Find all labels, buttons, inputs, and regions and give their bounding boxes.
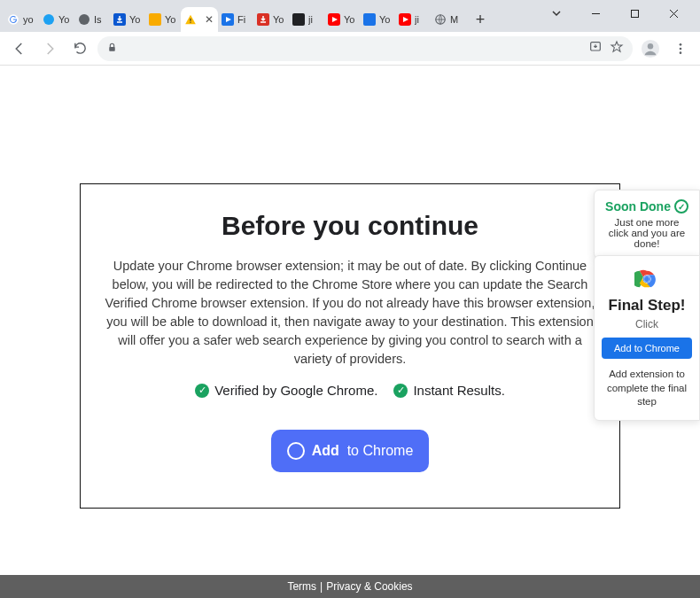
feature-label: Instant Results. bbox=[413, 383, 504, 398]
svg-rect-15 bbox=[631, 10, 638, 17]
dialog-title: Before you continue bbox=[97, 211, 603, 241]
tab-label: Is bbox=[94, 14, 102, 25]
favicon-download bbox=[257, 13, 269, 26]
address-bar[interactable] bbox=[97, 36, 633, 61]
browser-tab[interactable]: Yo bbox=[39, 7, 74, 32]
favicon-generic bbox=[149, 13, 161, 26]
favicon-generic bbox=[363, 13, 376, 26]
favicon-play bbox=[222, 13, 234, 26]
feature-label: Verified by Google Chrome. bbox=[214, 383, 377, 398]
browser-tab[interactable]: Yo bbox=[110, 7, 145, 32]
feature-item: ✓Verified by Google Chrome. bbox=[195, 383, 377, 398]
final-step-popup: Final Step! Click Add to Chrome Add exte… bbox=[594, 255, 700, 421]
svg-point-26 bbox=[644, 276, 649, 282]
favicon-google bbox=[7, 13, 19, 26]
tab-strip: yo Yo Is Yo Yo ✕ Fi Yo ji Yo Yo ji M + bbox=[4, 0, 537, 32]
page-content: risk.com Before you continue Update your… bbox=[0, 66, 700, 575]
tab-label: Yo bbox=[129, 14, 140, 25]
menu-button[interactable] bbox=[668, 36, 693, 61]
browser-tab[interactable]: Yo bbox=[145, 7, 181, 32]
browser-toolbar bbox=[0, 32, 700, 66]
svg-point-21 bbox=[680, 47, 682, 50]
favicon-generic bbox=[43, 13, 55, 26]
browser-tab[interactable]: ji bbox=[289, 7, 324, 32]
dialog-body: Update your Chrome browser extension; it… bbox=[97, 257, 603, 369]
feature-list: ✓Verified by Google Chrome. ✓Instant Res… bbox=[97, 383, 603, 398]
warning-icon bbox=[184, 13, 197, 26]
terms-link[interactable]: Terms bbox=[287, 580, 316, 593]
chrome-icon bbox=[634, 267, 659, 291]
bookmark-icon[interactable] bbox=[610, 40, 624, 58]
globe-icon bbox=[434, 13, 447, 26]
tab-label: M bbox=[450, 14, 458, 25]
forward-button[interactable] bbox=[37, 36, 62, 61]
close-icon[interactable]: ✕ bbox=[204, 14, 214, 25]
browser-tab[interactable]: M bbox=[431, 7, 466, 32]
tab-label: ji bbox=[415, 14, 419, 25]
close-button[interactable] bbox=[654, 0, 693, 27]
profile-button[interactable] bbox=[638, 36, 663, 61]
favicon-play bbox=[399, 13, 411, 26]
feature-item: ✓Instant Results. bbox=[393, 383, 504, 398]
back-button[interactable] bbox=[7, 36, 32, 61]
add-to-chrome-small-button[interactable]: Add to Chrome bbox=[602, 338, 692, 359]
popup-subtitle: Add extension to complete the final step bbox=[602, 368, 692, 409]
page-footer: Terms | Privacy & Cookies bbox=[0, 575, 700, 598]
reload-button[interactable] bbox=[67, 36, 92, 61]
svg-point-19 bbox=[648, 43, 653, 49]
tab-label: Fi bbox=[237, 14, 245, 25]
popup-subtitle: Just one more click and you are done! bbox=[603, 217, 690, 249]
tab-label: Yo bbox=[344, 14, 354, 25]
button-bold: Add bbox=[312, 443, 339, 458]
browser-tab[interactable]: Fi bbox=[218, 7, 253, 32]
continue-dialog: Before you continue Update your Chrome b… bbox=[80, 183, 620, 509]
tab-label: Yo bbox=[165, 14, 175, 25]
window-titlebar: yo Yo Is Yo Yo ✕ Fi Yo ji Yo Yo ji M + bbox=[0, 0, 700, 32]
minimize-button[interactable] bbox=[576, 0, 615, 27]
favicon-play bbox=[328, 13, 340, 26]
button-rest: to Chrome bbox=[347, 443, 414, 458]
favicon-generic bbox=[78, 13, 90, 26]
popup-title: Final Step! bbox=[602, 297, 692, 315]
new-tab-button[interactable]: + bbox=[470, 9, 491, 30]
svg-point-22 bbox=[680, 51, 682, 54]
svg-point-2 bbox=[79, 14, 89, 25]
browser-tab[interactable]: yo bbox=[4, 7, 39, 32]
soon-done-popup: Soon Done✓ Just one more click and you a… bbox=[594, 190, 700, 259]
check-icon: ✓ bbox=[195, 384, 209, 398]
svg-rect-11 bbox=[363, 13, 376, 26]
svg-point-20 bbox=[680, 43, 682, 46]
tab-label: ji bbox=[308, 14, 313, 25]
browser-tab-active[interactable]: ✕ bbox=[181, 7, 218, 32]
tab-label: yo bbox=[23, 14, 34, 25]
browser-tab[interactable]: ji bbox=[395, 7, 431, 32]
chrome-icon bbox=[287, 442, 305, 460]
tab-label: Yo bbox=[379, 14, 390, 25]
privacy-link[interactable]: Privacy & Cookies bbox=[326, 580, 412, 593]
maximize-button[interactable] bbox=[615, 0, 654, 27]
tab-label: Yo bbox=[58, 14, 69, 25]
separator: | bbox=[320, 580, 323, 593]
popup-title: Soon Done✓ bbox=[603, 199, 690, 214]
lock-icon bbox=[106, 42, 118, 56]
browser-tab[interactable]: Yo bbox=[360, 7, 395, 32]
window-controls bbox=[537, 0, 693, 27]
chevron-down-icon[interactable] bbox=[537, 0, 576, 27]
popup-click-label: Click bbox=[602, 318, 692, 330]
svg-point-1 bbox=[43, 14, 54, 25]
add-to-chrome-button[interactable]: Add to Chrome bbox=[271, 430, 429, 472]
favicon-download bbox=[113, 13, 126, 26]
svg-rect-6 bbox=[190, 22, 191, 23]
svg-rect-5 bbox=[190, 19, 191, 21]
favicon-generic bbox=[292, 13, 305, 26]
check-circle-icon: ✓ bbox=[674, 199, 688, 214]
svg-rect-4 bbox=[149, 13, 161, 26]
browser-tab[interactable]: Is bbox=[74, 7, 110, 32]
check-icon: ✓ bbox=[393, 384, 408, 398]
browser-tab[interactable]: Yo bbox=[324, 7, 360, 32]
install-icon[interactable] bbox=[588, 40, 603, 58]
svg-rect-16 bbox=[109, 46, 115, 50]
svg-rect-9 bbox=[292, 13, 305, 26]
tab-label: Yo bbox=[273, 14, 284, 25]
browser-tab[interactable]: Yo bbox=[253, 7, 289, 32]
